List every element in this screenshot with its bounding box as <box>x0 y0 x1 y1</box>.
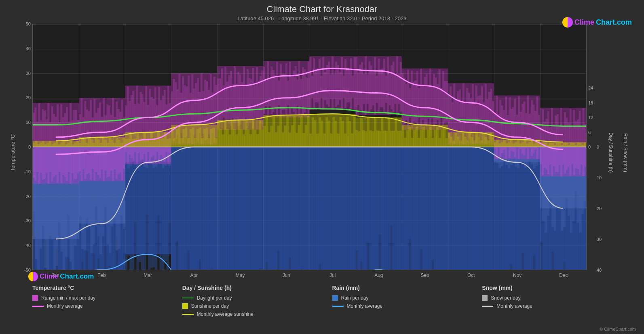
temp-avg-swatch <box>32 306 44 307</box>
svg-rect-209 <box>356 147 402 270</box>
y-axis-right-ticks: 24181260 010203040 <box>587 24 604 270</box>
legend-rain-title: Rain (mm) <box>332 285 482 291</box>
rain-bar-swatch <box>332 295 338 301</box>
sunshine-avg-swatch <box>182 314 194 315</box>
svg-rect-251 <box>263 147 309 270</box>
x-axis: JanFebMarAprMayJunJulAugSepOctNovDec <box>17 270 604 281</box>
logo-text-clime-bottom: Clime <box>40 272 58 281</box>
x-tick-feb: Feb <box>97 272 106 278</box>
chart-area: Temperature °C 50403020100-10-20-30-40-5… <box>8 24 636 281</box>
left-tick--20: -20 <box>24 194 31 199</box>
x-tick-mar: Mar <box>144 272 152 278</box>
legend-temp-title: Temperature °C <box>32 285 182 291</box>
y-axis-right-sunshine: 24181260 <box>587 24 595 270</box>
legend-snow-avg: Monthly average <box>482 303 632 309</box>
left-tick-10: 10 <box>26 120 31 125</box>
logo-watermark-top: ClimeChart.com <box>562 17 632 28</box>
svg-rect-230 <box>310 147 356 270</box>
legend-temp-avg: Monthly average <box>32 303 182 309</box>
plot-canvas <box>32 24 587 270</box>
logo-text-chart-bottom: Chart.com <box>60 272 94 281</box>
y-axis-sunshine-label: Day / Sunshine (h) <box>604 24 618 281</box>
legend-temp-range-label: Range min / max per day <box>41 295 95 301</box>
right-tick-sun-24: 24 <box>588 85 593 90</box>
legend-sunshine-bar: Sunshine per day <box>182 303 332 309</box>
chart-plot: 50403020100-10-20-30-40-50 24181260 0102… <box>17 24 604 270</box>
chart-inner: 50403020100-10-20-30-40-50 24181260 0102… <box>17 24 604 281</box>
legend-sunshine-avg: Monthly average sunshine <box>182 311 332 317</box>
y-axis-left-ticks: 50403020100-10-20-30-40-50 <box>17 24 32 270</box>
svg-rect-167 <box>448 147 494 270</box>
right-tick-rain-0: 0 <box>597 145 599 149</box>
legend-rain-avg-label: Monthly average <box>347 303 383 309</box>
legend-temp-avg-label: Monthly average <box>47 303 83 309</box>
left-tick--30: -30 <box>24 218 31 223</box>
right-tick-sun-6: 6 <box>588 130 591 135</box>
svg-rect-272 <box>217 147 263 270</box>
snow-avg-swatch <box>482 306 493 307</box>
left-tick--10: -10 <box>24 169 31 174</box>
right-tick-rain-30: 30 <box>597 237 602 242</box>
left-tick-40: 40 <box>26 46 31 51</box>
y-axis-right-rain: 010203040 <box>595 24 604 270</box>
right-tick-rain-20: 20 <box>597 206 602 211</box>
x-tick-jun: Jun <box>283 272 290 278</box>
page-wrapper: Climate Chart for Krasnodar Latitude 45.… <box>0 0 644 334</box>
right-tick-sun-18: 18 <box>588 100 593 105</box>
chart-subtitle: Latitude 45.026 - Longitude 38.991 - Ele… <box>8 15 636 21</box>
legend-snow-title: Snow (mm) <box>482 285 632 291</box>
y-axis-left-label: Temperature °C <box>8 24 17 281</box>
x-tick-may: May <box>236 272 245 278</box>
rain-avg-swatch <box>332 306 344 307</box>
legend-sunshine-title: Day / Sunshine (h) <box>182 285 332 291</box>
left-tick-30: 30 <box>26 71 31 76</box>
daylight-swatch <box>182 298 194 298</box>
right-tick-rain-10: 10 <box>597 175 602 180</box>
legend-daylight: Daylight per day <box>182 295 332 301</box>
x-tick-nov: Nov <box>513 272 522 278</box>
logo-text-chart-top: Chart.com <box>596 18 632 27</box>
legend-rain: Rain (mm) Rain per day Monthly average <box>332 285 482 330</box>
snow-bar-swatch <box>482 295 488 301</box>
x-tick-oct: Oct <box>467 272 475 278</box>
legend-temp-range: Range min / max per day <box>32 295 182 301</box>
left-tick-50: 50 <box>26 21 31 26</box>
legend-sunshine-avg-label: Monthly average sunshine <box>197 311 253 317</box>
legend-rain-avg: Monthly average <box>332 303 482 309</box>
legend-rain-bar-label: Rain per day <box>341 295 369 301</box>
x-spacer-right <box>587 270 604 281</box>
legend-daylight-label: Daylight per day <box>197 295 232 301</box>
left-tick-20: 20 <box>26 95 31 100</box>
legend-snow-avg-label: Monthly average <box>496 303 532 309</box>
legend-rain-bar: Rain per day <box>332 295 482 301</box>
legend-snow-bar: Snow per day <box>482 295 632 301</box>
x-tick-dec: Dec <box>559 272 568 278</box>
y-axis-right-labels: Day / Sunshine (h) Rain / Snow (mm) <box>604 24 636 281</box>
x-tick-aug: Aug <box>374 272 383 278</box>
x-tick-jul: Jul <box>329 272 336 278</box>
legend-snow-bar-label: Snow per day <box>491 295 520 301</box>
chart-title: Climate Chart for Krasnodar <box>8 4 636 15</box>
svg-rect-293 <box>171 147 217 270</box>
x-tick-apr: Apr <box>190 272 198 278</box>
legend-temperature: Temperature °C Range min / max per day M… <box>32 285 182 330</box>
left-tick--40: -40 <box>24 243 31 248</box>
legend: Temperature °C Range min / max per day M… <box>8 281 636 330</box>
legend-sunshine: Day / Sunshine (h) Daylight per day Suns… <box>182 285 332 330</box>
logo-icon-bottom <box>28 272 38 281</box>
sunshine-bar-swatch <box>182 303 188 309</box>
y-axis-rain-label: Rain / Snow (mm) <box>618 24 633 281</box>
svg-rect-146 <box>494 147 540 270</box>
left-tick-0: 0 <box>28 145 31 149</box>
x-axis-labels: JanFebMarAprMayJunJulAugSepOctNovDec <box>32 270 587 281</box>
svg-rect-188 <box>402 147 448 270</box>
logo-icon-top <box>562 17 573 28</box>
right-tick-sun-0: 0 <box>588 145 591 149</box>
temp-range-swatch <box>32 295 38 301</box>
copyright: © ClimeChart.com <box>600 327 636 332</box>
x-tick-sep: Sep <box>420 272 429 278</box>
logo-watermark-bottom: ClimeChart.com <box>28 272 94 281</box>
legend-snow: Snow (mm) Snow per day Monthly average <box>482 285 632 330</box>
logo-text-clime-top: Clime <box>574 18 594 27</box>
right-tick-sun-12: 12 <box>588 115 593 120</box>
